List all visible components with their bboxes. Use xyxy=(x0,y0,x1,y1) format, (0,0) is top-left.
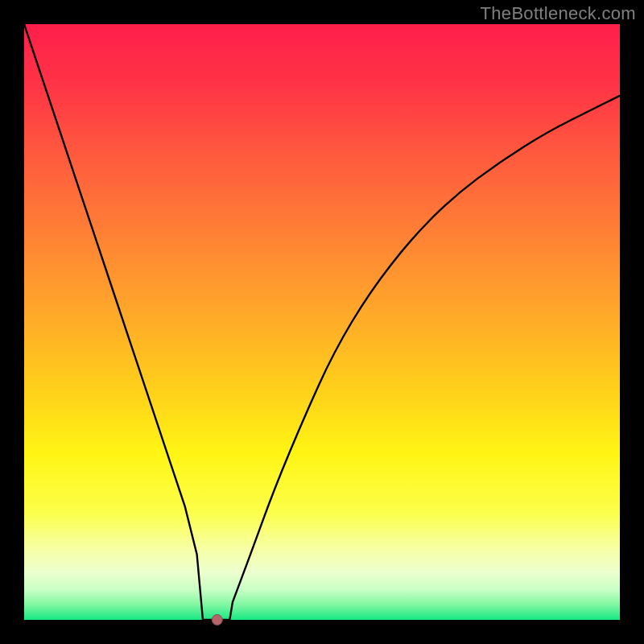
chart-canvas: TheBottleneck.com xyxy=(0,0,644,644)
plot-background xyxy=(24,24,620,620)
attribution-text: TheBottleneck.com xyxy=(481,3,636,24)
optimal-point-marker xyxy=(212,615,222,625)
bottleneck-chart xyxy=(0,0,644,644)
